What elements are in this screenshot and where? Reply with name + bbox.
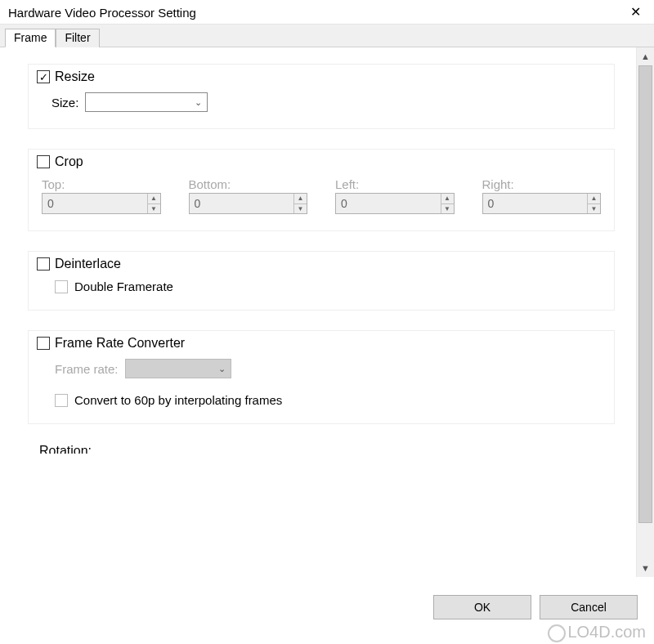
cancel-button[interactable]: Cancel	[540, 595, 638, 619]
ok-button[interactable]: OK	[433, 595, 531, 619]
crop-bottom-input[interactable]	[190, 194, 294, 213]
tab-filter[interactable]: Filter	[56, 29, 99, 47]
scroll-up-icon[interactable]: ▲	[637, 47, 654, 65]
scroll-track[interactable]	[637, 65, 654, 559]
resize-checkbox[interactable]	[37, 70, 50, 83]
scroll-thumb[interactable]	[638, 65, 652, 523]
crop-right-input[interactable]	[483, 194, 588, 213]
globe-icon	[548, 624, 566, 642]
crop-top-label: Top:	[42, 177, 161, 191]
frc-group: Frame Rate Converter Frame rate: ⌄ Conve…	[28, 330, 615, 424]
deinterlace-group: Deinterlace Double Framerate	[28, 251, 615, 311]
spin-down-icon[interactable]: ▼	[294, 204, 307, 214]
chevron-down-icon: ⌄	[195, 97, 202, 108]
rotation-title: Rotation:	[39, 444, 621, 454]
tab-frame[interactable]: Frame	[5, 29, 56, 47]
dialog-buttons: OK Cancel	[433, 595, 638, 619]
close-icon[interactable]: ✕	[625, 4, 646, 20]
crop-left-spinner[interactable]: ▲▼	[335, 193, 455, 214]
window-title: Hardware Video Processor Setting	[8, 4, 196, 20]
crop-right-spinner[interactable]: ▲▼	[482, 193, 602, 214]
frc-checkbox[interactable]	[37, 337, 50, 350]
crop-group: Crop Top: ▲▼ Bottom: ▲▼	[28, 149, 615, 231]
spin-up-icon[interactable]: ▲	[294, 194, 307, 204]
crop-top-spinner[interactable]: ▲▼	[42, 193, 161, 214]
deinterlace-title: Deinterlace	[55, 257, 121, 271]
double-framerate-checkbox[interactable]	[55, 280, 68, 293]
frc-title: Frame Rate Converter	[55, 336, 185, 351]
spin-down-icon[interactable]: ▼	[441, 204, 454, 214]
spin-down-icon[interactable]: ▼	[588, 204, 600, 214]
resize-title: Resize	[55, 69, 95, 84]
crop-checkbox[interactable]	[37, 155, 50, 168]
convert-60p-checkbox[interactable]	[55, 394, 68, 407]
crop-title: Crop	[55, 154, 83, 169]
scroll-down-icon[interactable]: ▼	[637, 559, 654, 577]
spin-up-icon[interactable]: ▲	[441, 194, 454, 204]
title-bar: Hardware Video Processor Setting ✕	[0, 0, 654, 25]
crop-bottom-label: Bottom:	[189, 177, 308, 191]
size-label: Size:	[52, 96, 78, 110]
convert-60p-label: Convert to 60p by interpolating frames	[74, 393, 282, 407]
size-combo[interactable]: ⌄	[85, 92, 208, 112]
spin-down-icon[interactable]: ▼	[148, 204, 160, 214]
tab-strip: Frame Filter	[0, 25, 654, 47]
vertical-scrollbar[interactable]: ▲ ▼	[636, 47, 654, 577]
deinterlace-checkbox[interactable]	[37, 257, 50, 271]
watermark: LO4D.com	[548, 623, 646, 642]
crop-right-label: Right:	[482, 177, 602, 191]
tab-content: Resize Size: ⌄ Crop Top:	[0, 47, 636, 577]
crop-left-label: Left:	[335, 177, 455, 191]
double-framerate-label: Double Framerate	[74, 280, 173, 293]
resize-group: Resize Size: ⌄	[28, 64, 615, 129]
crop-top-input[interactable]	[43, 194, 147, 213]
spin-up-icon[interactable]: ▲	[588, 194, 600, 204]
frame-rate-label: Frame rate:	[55, 362, 119, 376]
frame-rate-combo: ⌄	[125, 359, 231, 378]
crop-left-input[interactable]	[336, 194, 441, 213]
crop-bottom-spinner[interactable]: ▲▼	[189, 193, 308, 214]
spin-up-icon[interactable]: ▲	[148, 194, 160, 204]
chevron-down-icon: ⌄	[218, 364, 226, 374]
